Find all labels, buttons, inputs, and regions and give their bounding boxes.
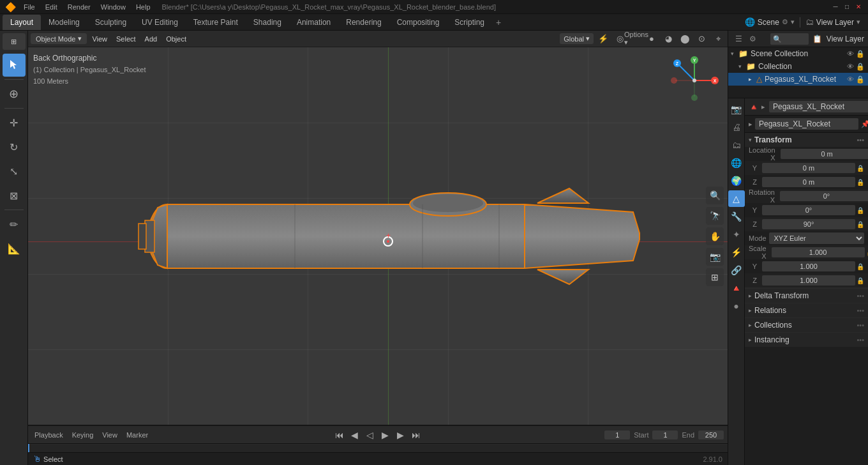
start-frame-field[interactable] [652, 431, 678, 439]
collection-restrict[interactable]: 🔒 [855, 63, 865, 71]
outliner-scene-collection[interactable]: ▾ 📁 Scene Collection 👁 🔒 [728, 47, 868, 60]
play-button[interactable]: ▶ [380, 429, 391, 441]
playback-menu[interactable]: Playback [32, 430, 66, 440]
tab-scripting[interactable]: Scripting [447, 15, 492, 30]
tab-shading[interactable]: Shading [246, 15, 289, 30]
pin-icon[interactable]: 📌 [861, 120, 868, 128]
cursor-tool-button[interactable]: ⊕ [3, 82, 26, 105]
zoom-out-button[interactable]: 🔭 [706, 207, 724, 225]
scale-z-field[interactable] [762, 275, 855, 286]
data-properties-icon[interactable]: 🔺 [728, 280, 745, 296]
measure-tool-button[interactable]: 📐 [3, 237, 26, 260]
edit-menu[interactable]: Edit [43, 3, 60, 11]
tab-sculpting[interactable]: Sculpting [87, 15, 134, 30]
timeline-track[interactable] [28, 443, 728, 452]
viewport-shading-rendered[interactable]: ⬤ [678, 32, 692, 46]
scale-z-lock[interactable]: 🔒 [857, 277, 864, 284]
view-layer-properties-icon[interactable]: 🗂 [728, 137, 745, 153]
add-workspace-button[interactable]: + [492, 16, 505, 29]
transform-tool-button[interactable]: ⊠ [3, 184, 26, 207]
material-properties-icon[interactable]: ● [728, 298, 745, 314]
object-mode-dropdown[interactable]: Object Mode ▾ [31, 33, 87, 44]
next-frame-button[interactable]: ▶ [395, 429, 407, 441]
annotate-tool-button[interactable]: ✏ [3, 213, 26, 236]
rotation-mode-dropdown[interactable]: XYZ Euler [769, 232, 864, 244]
snap-magnet-button[interactable]: ⚡ [596, 32, 610, 46]
zoom-in-button[interactable]: 🔍 [706, 187, 724, 204]
viewport-shading-material[interactable]: ◕ [661, 32, 675, 46]
rotation-z-field[interactable] [762, 219, 855, 229]
collection-eye[interactable]: 👁 [845, 63, 855, 70]
tab-uv-editing[interactable]: UV Editing [134, 15, 186, 30]
data-name-input[interactable] [755, 118, 858, 130]
select-tool-button[interactable] [3, 54, 26, 77]
scale-x-lock[interactable]: 🔒 [866, 249, 868, 256]
end-frame-field[interactable] [698, 431, 724, 439]
particles-icon[interactable]: ✦ [728, 226, 745, 243]
mode-selector-icon[interactable]: ⊞ [3, 33, 26, 50]
options-dropdown-button[interactable]: Options ▾ [629, 32, 643, 46]
select-menu[interactable]: Select [112, 34, 140, 44]
location-x-field[interactable] [781, 149, 868, 159]
panel-search-input[interactable] [770, 33, 809, 45]
delta-transform-menu[interactable]: ••• [857, 292, 864, 300]
viewport-overlays-button[interactable]: ⊙ [694, 32, 708, 46]
instancing-header[interactable]: ▸ Instancing ••• [745, 333, 868, 347]
transform-menu-icon[interactable]: ••• [857, 136, 864, 144]
output-properties-icon[interactable]: 🖨 [728, 119, 745, 135]
rotation-x-field[interactable] [780, 191, 868, 201]
object-menu[interactable]: Object [162, 34, 190, 44]
prev-frame-button[interactable]: ◀ [349, 429, 361, 441]
help-menu[interactable]: Help [133, 3, 153, 11]
maximize-button[interactable]: □ [842, 3, 851, 11]
instancing-menu[interactable]: ••• [857, 336, 864, 344]
relations-header[interactable]: ▸ Relations ••• [745, 303, 868, 317]
render-menu[interactable]: Render [65, 3, 93, 11]
viewport-gizmos-button[interactable]: ⌖ [711, 32, 725, 46]
jump-end-button[interactable]: ⏭ [410, 429, 422, 441]
tab-modeling[interactable]: Modeling [41, 15, 87, 30]
keying-menu[interactable]: Keying [70, 430, 96, 440]
minimize-button[interactable]: ─ [831, 3, 840, 11]
rocket-eye[interactable]: 👁 [845, 75, 855, 83]
tab-compositing[interactable]: Compositing [389, 15, 447, 30]
jump-start-button[interactable]: ⏮ [334, 429, 345, 441]
scale-tool-button[interactable]: ⤡ [3, 160, 26, 183]
navigation-gizmo[interactable]: Y X Z [669, 55, 720, 106]
location-z-field[interactable] [762, 177, 855, 187]
location-y-field[interactable] [762, 163, 855, 173]
render-properties-icon[interactable]: 📷 [728, 101, 745, 118]
view-menu[interactable]: View [88, 34, 111, 44]
relations-menu[interactable]: ••• [857, 307, 864, 314]
collections-header[interactable]: ▸ Collections ••• [745, 318, 868, 332]
scene-collection-restrict[interactable]: 🔒 [855, 50, 865, 58]
location-z-lock[interactable]: 🔒 [857, 179, 864, 186]
tab-texture-paint[interactable]: Texture Paint [186, 15, 246, 30]
outliner-icon-button[interactable]: ☰ [732, 33, 745, 45]
move-tool-button[interactable]: ✛ [3, 111, 26, 134]
window-menu[interactable]: Window [98, 3, 128, 11]
tab-rendering[interactable]: Rendering [338, 15, 389, 30]
view-layer-icon-btn[interactable]: 📋 [811, 33, 824, 45]
camera-view-button[interactable]: 📷 [706, 248, 724, 266]
scene-collection-eye[interactable]: 👁 [845, 50, 855, 57]
scale-y-field[interactable] [762, 261, 855, 271]
physics-icon[interactable]: ⚡ [728, 244, 745, 261]
collections-menu[interactable]: ••• [857, 321, 864, 329]
viewport-shading-solid[interactable]: ● [645, 32, 659, 46]
transform-section-header[interactable]: ▾ Transform ••• [745, 133, 868, 147]
pan-button[interactable]: ✋ [706, 227, 724, 245]
scale-x-field[interactable] [772, 247, 865, 257]
viewport-canvas[interactable]: Back Orthographic (1) Collection | Pegas… [28, 47, 728, 425]
object-name-input[interactable] [769, 101, 868, 112]
marker-menu[interactable]: Marker [124, 430, 151, 440]
rocket-restrict[interactable]: 🔒 [855, 75, 865, 84]
rotation-z-lock[interactable]: 🔒 [857, 221, 864, 228]
current-frame-field[interactable] [604, 431, 630, 439]
object-properties-icon[interactable]: △ [728, 190, 745, 207]
rotation-y-lock[interactable]: 🔒 [857, 207, 864, 214]
view-menu-timeline[interactable]: View [100, 430, 120, 440]
outliner-collection[interactable]: ▾ 📁 Collection 👁 🔒 [728, 60, 868, 73]
constraints-icon[interactable]: 🔗 [728, 262, 745, 278]
delta-transform-header[interactable]: ▸ Delta Transform ••• [745, 289, 868, 303]
